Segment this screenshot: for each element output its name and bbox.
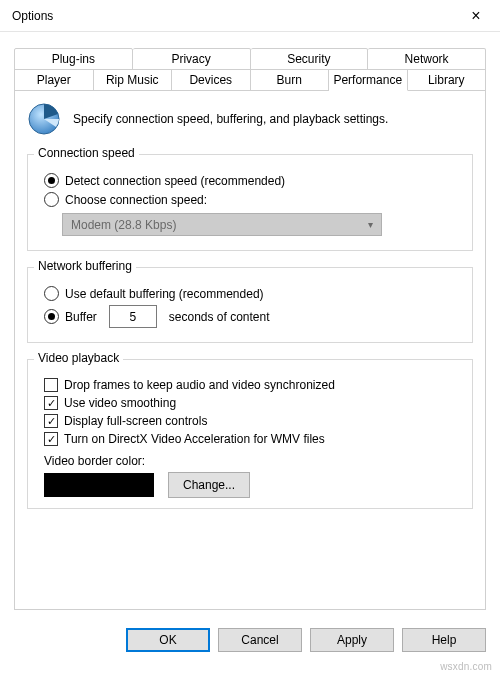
window-title: Options [12,9,53,23]
watermark: wsxdn.com [440,661,492,672]
radio-icon [44,309,59,324]
titlebar: Options × [0,0,500,32]
radio-buffer-seconds[interactable]: Buffer seconds of content [38,305,462,328]
check-label: Display full-screen controls [64,414,207,428]
check-label: Drop frames to keep audio and video sync… [64,378,335,392]
performance-icon [27,102,61,136]
checkbox-icon [44,396,58,410]
tab-plug-ins[interactable]: Plug-ins [14,48,133,70]
buffer-seconds-input[interactable] [109,305,157,328]
radio-icon [44,286,59,301]
cancel-button[interactable]: Cancel [218,628,302,652]
tab-network[interactable]: Network [368,48,486,70]
checkbox-icon [44,432,58,446]
buffer-suffix: seconds of content [169,310,270,324]
group-connection-speed: Connection speed Detect connection speed… [27,154,473,251]
tab-library[interactable]: Library [408,69,487,91]
tab-player[interactable]: Player [14,69,94,91]
checkbox-icon [44,378,58,392]
check-label: Use video smoothing [64,396,176,410]
check-video-smoothing[interactable]: Use video smoothing [38,396,462,410]
tab-burn[interactable]: Burn [251,69,330,91]
group-label-video: Video playback [34,351,123,365]
tab-privacy[interactable]: Privacy [133,48,251,70]
help-button[interactable]: Help [402,628,486,652]
radio-default-buffering[interactable]: Use default buffering (recommended) [38,286,462,301]
dropdown-value: Modem (28.8 Kbps) [71,218,176,232]
radio-label: Buffer [65,310,97,324]
tab-devices[interactable]: Devices [172,69,251,91]
connection-speed-dropdown[interactable]: Modem (28.8 Kbps) ▾ [62,213,382,236]
radio-choose-speed[interactable]: Choose connection speed: [38,192,462,207]
dialog-button-row: OK Cancel Apply Help [0,618,500,664]
tab-performance[interactable]: Performance [329,69,408,91]
dialog-content: Plug-ins Privacy Security Network Player… [0,32,500,618]
radio-label: Detect connection speed (recommended) [65,174,285,188]
radio-detect-speed[interactable]: Detect connection speed (recommended) [38,173,462,188]
check-directx-accel[interactable]: Turn on DirectX Video Acceleration for W… [38,432,462,446]
group-label-buffering: Network buffering [34,259,136,273]
checkbox-icon [44,414,58,428]
tab-row-bottom: Player Rip Music Devices Burn Performanc… [14,69,486,91]
tab-panel-performance: Specify connection speed, buffering, and… [14,90,486,610]
video-border-label: Video border color: [38,454,462,468]
radio-label: Use default buffering (recommended) [65,287,264,301]
radio-icon [44,173,59,188]
ok-button[interactable]: OK [126,628,210,652]
change-color-button[interactable]: Change... [168,472,250,498]
video-border-color-swatch [44,473,154,497]
group-label-connection: Connection speed [34,146,139,160]
close-icon[interactable]: × [462,7,490,25]
group-video-playback: Video playback Drop frames to keep audio… [27,359,473,509]
intro-text: Specify connection speed, buffering, and… [73,112,388,126]
radio-label: Choose connection speed: [65,193,207,207]
check-drop-frames[interactable]: Drop frames to keep audio and video sync… [38,378,462,392]
tab-rip-music[interactable]: Rip Music [94,69,173,91]
group-network-buffering: Network buffering Use default buffering … [27,267,473,343]
chevron-down-icon: ▾ [368,219,373,230]
tab-container: Plug-ins Privacy Security Network Player… [14,48,486,610]
tab-security[interactable]: Security [251,48,369,70]
radio-icon [44,192,59,207]
apply-button[interactable]: Apply [310,628,394,652]
check-fullscreen-controls[interactable]: Display full-screen controls [38,414,462,428]
video-border-row: Change... [38,472,462,498]
check-label: Turn on DirectX Video Acceleration for W… [64,432,325,446]
intro-row: Specify connection speed, buffering, and… [27,102,473,136]
tab-row-top: Plug-ins Privacy Security Network [14,48,486,70]
